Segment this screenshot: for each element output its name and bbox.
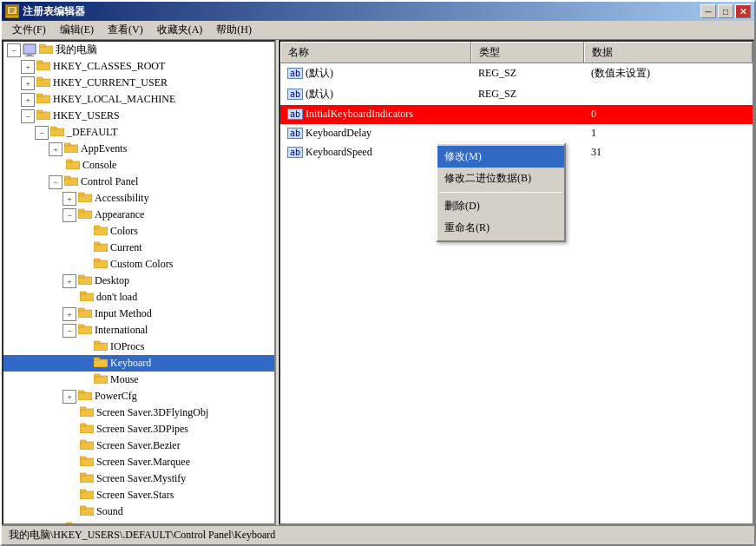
tree-item[interactable]: + Input Method bbox=[3, 306, 274, 322]
tree-item[interactable]: + HKEY_LOCAL_MACHINE bbox=[3, 91, 274, 108]
minimize-button[interactable]: ─ bbox=[700, 4, 716, 18]
svg-rect-45 bbox=[94, 341, 100, 344]
tree-item-label: Current bbox=[110, 241, 142, 254]
tree-item[interactable]: Screen Saver.Mystify bbox=[3, 470, 274, 487]
svg-rect-50 bbox=[78, 392, 92, 400]
tree-item[interactable]: don't load bbox=[3, 289, 274, 306]
tree-item[interactable]: Custom Colors bbox=[3, 256, 274, 273]
table-body: ab(默认)REG_SZ(数值未设置)ab(默认)REG_SZabInitial… bbox=[280, 63, 753, 523]
svg-rect-62 bbox=[80, 491, 94, 499]
menu-edit[interactable]: 编辑(E) bbox=[53, 21, 101, 39]
col-header-type[interactable]: 类型 bbox=[471, 42, 584, 62]
tree-scroll[interactable]: − 我的电脑+ HKEY_CLASSES_ROOT+ HKEY_CURRENT_… bbox=[3, 42, 274, 523]
tree-item[interactable]: − International bbox=[3, 322, 274, 339]
col-header-name[interactable]: 名称 bbox=[280, 42, 471, 62]
tree-item[interactable]: − HKEY_USERS bbox=[3, 108, 274, 124]
context-menu-item[interactable]: 修改二进位数据(B) bbox=[437, 168, 564, 189]
expand-btn[interactable]: − bbox=[62, 324, 76, 338]
context-separator bbox=[439, 192, 562, 193]
expand-btn[interactable]: + bbox=[62, 274, 76, 288]
expand-btn[interactable]: + bbox=[62, 192, 76, 206]
tree-item[interactable]: − 我的电脑 bbox=[3, 42, 274, 58]
tree-item-label: HKEY_USERS bbox=[53, 109, 120, 122]
tree-item[interactable]: − _DEFAULT bbox=[3, 124, 274, 141]
expand-btn[interactable]: − bbox=[62, 208, 76, 222]
reg-icon: ab bbox=[287, 128, 303, 139]
expand-btn[interactable]: − bbox=[21, 109, 35, 123]
cell-data: (数值未设置) bbox=[584, 65, 753, 82]
tree-item[interactable]: Mouse bbox=[3, 372, 274, 388]
expand-btn[interactable]: + bbox=[49, 142, 62, 156]
svg-rect-55 bbox=[80, 424, 86, 426]
svg-rect-29 bbox=[78, 209, 84, 212]
svg-rect-52 bbox=[80, 409, 94, 417]
expand-btn[interactable]: + bbox=[21, 93, 35, 107]
context-menu-item[interactable]: 删除(D) bbox=[437, 195, 564, 217]
tree-item[interactable]: + Desktop bbox=[3, 273, 274, 289]
expand-btn[interactable]: + bbox=[21, 76, 35, 90]
title-bar: 注册表编辑器 ─ □ ✕ bbox=[2, 2, 754, 21]
expand-btn[interactable]: + bbox=[62, 390, 76, 404]
folder-icon bbox=[78, 389, 92, 404]
expand-btn[interactable]: − bbox=[49, 175, 62, 189]
folder-icon bbox=[80, 438, 94, 453]
tree-item[interactable]: Screen Saver.Stars bbox=[3, 487, 274, 503]
close-button[interactable]: ✕ bbox=[735, 4, 751, 18]
table-row[interactable]: ab(默认)REG_SZ(数值未设置) bbox=[280, 63, 753, 84]
maximize-button[interactable]: □ bbox=[718, 4, 733, 18]
context-menu-item[interactable]: 修改(M) bbox=[437, 146, 564, 168]
tree-item[interactable]: + HKEY_CLASSES_ROOT bbox=[3, 58, 274, 75]
expand-btn[interactable]: + bbox=[21, 60, 35, 74]
tree-item[interactable]: Colors bbox=[3, 223, 274, 240]
tree-item[interactable]: Console bbox=[3, 157, 274, 174]
tree-item[interactable]: Sound bbox=[3, 503, 274, 520]
context-item-label: 重命名(R) bbox=[444, 220, 490, 235]
table-row[interactable]: abKeyboardDelay1 bbox=[280, 124, 753, 143]
tree-item[interactable]: Current bbox=[3, 240, 274, 256]
svg-rect-31 bbox=[94, 226, 100, 228]
menu-favorites[interactable]: 收藏夹(A) bbox=[150, 21, 210, 39]
folder-icon bbox=[78, 306, 92, 321]
tree-item-label: don't load bbox=[96, 291, 137, 304]
tree-item[interactable]: Screen Saver.3DFlyingObj bbox=[3, 405, 274, 421]
menu-help[interactable]: 帮助(H) bbox=[209, 21, 259, 39]
context-menu: 修改(M)修改二进位数据(B)删除(D)重命名(R) bbox=[436, 142, 566, 242]
folder-icon bbox=[80, 504, 94, 519]
svg-rect-21 bbox=[64, 143, 70, 146]
svg-rect-42 bbox=[78, 326, 92, 334]
tree-item[interactable]: Keyboard bbox=[3, 355, 274, 372]
svg-rect-24 bbox=[64, 178, 78, 186]
folder-icon bbox=[80, 290, 94, 305]
svg-rect-43 bbox=[78, 325, 84, 327]
svg-rect-47 bbox=[94, 358, 100, 360]
table-row[interactable]: ab(默认)REG_SZ bbox=[280, 84, 753, 105]
menu-file[interactable]: 文件(F) bbox=[5, 21, 53, 39]
expand-btn[interactable]: + bbox=[62, 307, 76, 321]
expand-btn[interactable]: − bbox=[7, 43, 21, 57]
expand-btn[interactable]: − bbox=[35, 126, 49, 140]
cell-type bbox=[471, 133, 584, 135]
tree-item[interactable]: + PowerCfg bbox=[3, 388, 274, 405]
tree-item[interactable]: IOProcs bbox=[3, 339, 274, 355]
folder-icon bbox=[78, 191, 92, 206]
folder-icon bbox=[78, 207, 92, 222]
col-header-data[interactable]: 数据 bbox=[584, 42, 753, 62]
svg-rect-30 bbox=[94, 227, 108, 235]
tree-item[interactable]: Screen Saver.Bezier bbox=[3, 437, 274, 454]
tree-item[interactable]: Screen Saver.3DPipes bbox=[3, 421, 274, 437]
tree-item[interactable]: + AppEvents bbox=[3, 141, 274, 157]
svg-rect-12 bbox=[36, 79, 50, 87]
tree-item-label: HKEY_LOCAL_MACHINE bbox=[53, 93, 175, 106]
tree-item[interactable]: + HKEY_CURRENT_USER bbox=[3, 75, 274, 91]
context-menu-item[interactable]: 重命名(R) bbox=[437, 217, 564, 239]
tree-item[interactable]: Environment bbox=[3, 520, 274, 523]
svg-rect-60 bbox=[80, 475, 94, 483]
menu-view[interactable]: 查看(V) bbox=[101, 21, 150, 39]
svg-rect-28 bbox=[78, 211, 92, 219]
table-row[interactable]: abInitialKeyboardIndicators0 bbox=[280, 105, 753, 124]
folder-icon bbox=[80, 488, 94, 503]
tree-item[interactable]: Screen Saver.Marquee bbox=[3, 454, 274, 470]
tree-item[interactable]: + Accessibility bbox=[3, 190, 274, 207]
tree-item[interactable]: − Control Panel bbox=[3, 174, 274, 190]
tree-item[interactable]: − Appearance bbox=[3, 207, 274, 223]
